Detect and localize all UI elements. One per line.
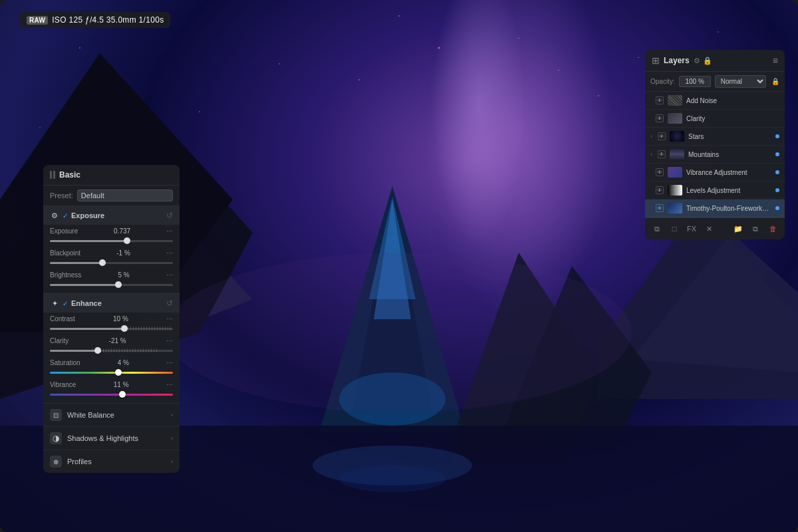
shadows-highlights-section[interactable]: ◑ Shadows & Highlights › <box>43 426 180 450</box>
preset-select[interactable]: Default <box>77 190 173 201</box>
layers-lock-icon[interactable]: 🔒 <box>703 57 712 65</box>
layer-stars[interactable]: › 👁 Stars <box>645 128 785 146</box>
clarity-slider-wrap[interactable] <box>50 346 173 355</box>
folder-btn[interactable]: 📁 <box>732 222 745 235</box>
layers-menu-icon[interactable]: ≡ <box>773 55 778 66</box>
white-balance-section[interactable]: ⊡ White Balance › <box>43 403 180 426</box>
clarity-label-row: Clarity -21 % ⋯ <box>50 337 173 344</box>
saturation-thumb[interactable] <box>115 369 122 376</box>
layers-settings-icon[interactable]: ⚙ <box>694 57 700 65</box>
add-noise-thumb <box>668 95 682 106</box>
clarity-track <box>50 350 173 352</box>
exposure-section-header[interactable]: ⚙ ✓ Exposure ↺ <box>43 206 180 225</box>
duplicate-btn[interactable]: ⧉ <box>749 222 762 235</box>
mountains-expand[interactable]: › <box>650 151 652 158</box>
fx-btn[interactable]: FX <box>685 222 698 235</box>
blackpoint-thumb[interactable] <box>99 259 106 266</box>
blackpoint-label-row: Blackpoint -1 % ⋯ <box>50 249 173 257</box>
blackpoint-fill <box>50 262 102 264</box>
raw-badge: RAW ISO 125 ƒ/4.5 35.0mm 1/100s <box>20 12 170 28</box>
brightness-label-row: Brightness 5 % ⋯ <box>50 271 173 279</box>
brightness-fill <box>50 284 118 286</box>
exposure-reset[interactable]: ↺ <box>166 211 173 220</box>
add-noise-name: Add Noise <box>686 97 779 104</box>
panel-title: Basic <box>59 170 80 180</box>
vibrance-label: Vibrance <box>50 381 76 388</box>
brightness-track <box>50 284 173 286</box>
clarity-value: -21 % <box>109 337 126 344</box>
exposure-val-btn[interactable]: ⋯ <box>166 227 173 235</box>
stars-expand[interactable]: › <box>650 133 652 140</box>
layer-photo[interactable]: 👁 Timothy-Poulton-Fireworks.dng <box>645 200 785 217</box>
new-layer-btn[interactable]: □ <box>668 222 681 235</box>
stars-thumb <box>670 131 684 142</box>
saturation-label: Saturation <box>50 359 80 366</box>
saturation-slider-wrap[interactable] <box>50 368 173 377</box>
shadows-icon: ◑ <box>50 432 62 444</box>
layer-vibrance-adjustment[interactable]: 👁 Vibrance Adjustment <box>645 164 785 182</box>
contrast-fill <box>50 328 124 330</box>
shadows-arrow: › <box>171 435 173 442</box>
exposure-slider-wrap[interactable] <box>50 236 173 245</box>
contrast-val-btn[interactable]: ⋯ <box>166 315 173 323</box>
layer-levels-adjustment[interactable]: 👁 Levels Adjustment <box>645 182 785 200</box>
vibrance-adj-visibility[interactable]: 👁 <box>656 168 664 176</box>
saturation-label-row: Saturation 4 % ⋯ <box>50 359 173 366</box>
mask-btn[interactable]: ✕ <box>702 222 716 235</box>
contrast-slider-wrap[interactable] <box>50 324 173 333</box>
stars-dot <box>775 134 779 138</box>
exposure-check[interactable]: ✓ <box>63 212 68 219</box>
blend-mode-select[interactable]: Normal Multiply Screen <box>715 75 766 88</box>
brightness-slider-wrap[interactable] <box>50 280 173 289</box>
profiles-section[interactable]: ⊕ Profiles › <box>43 450 180 473</box>
enhance-reset[interactable]: ↺ <box>166 299 173 308</box>
contrast-label: Contrast <box>50 315 75 323</box>
blackpoint-track <box>50 262 173 264</box>
photo-visibility[interactable]: 👁 <box>656 204 664 212</box>
layer-controls: ⧉ □ FX ✕ 📁 ⧉ 🗑 <box>645 217 785 239</box>
enhance-check[interactable]: ✓ <box>63 300 68 307</box>
vibrance-value: 11 % <box>114 381 129 388</box>
blackpoint-val-btn[interactable]: ⋯ <box>166 249 173 257</box>
vibrance-slider-wrap[interactable] <box>50 390 173 399</box>
exposure-fill <box>50 240 126 242</box>
enhance-section-header[interactable]: ✦ ✓ Enhance ↺ <box>43 293 180 313</box>
saturation-val-btn[interactable]: ⋯ <box>166 359 173 366</box>
raw-tag: RAW <box>27 16 48 25</box>
layer-add-noise[interactable]: 👁 Add Noise <box>645 92 785 110</box>
layer-mountains[interactable]: › 👁 Mountains <box>645 146 785 164</box>
brightness-val-btn[interactable]: ⋯ <box>166 271 173 279</box>
brightness-thumb[interactable] <box>115 281 122 288</box>
levels-adj-thumb <box>668 185 682 196</box>
delete-layer-btn[interactable]: 🗑 <box>766 222 779 235</box>
vibrance-label-row: Vibrance 11 % ⋯ <box>50 381 173 388</box>
clarity-val-btn[interactable]: ⋯ <box>166 337 173 344</box>
white-balance-label: White Balance <box>67 411 114 419</box>
exposure-slider-label: Exposure <box>50 227 78 235</box>
svg-point-16 <box>166 253 632 412</box>
white-balance-icon: ⊡ <box>50 409 62 421</box>
contrast-thumb[interactable] <box>121 325 128 332</box>
vibrance-thumb[interactable] <box>119 391 126 398</box>
opacity-label: Opacity: <box>650 78 675 85</box>
stars-visibility[interactable]: 👁 <box>658 132 666 140</box>
blackpoint-sliders: Blackpoint -1 % ⋯ <box>43 247 180 269</box>
panel-drag-handle[interactable] <box>50 171 55 179</box>
exposure-thumb[interactable] <box>124 237 130 244</box>
clarity-visibility[interactable]: 👁 <box>656 114 664 122</box>
add-noise-visibility[interactable]: 👁 <box>656 96 664 104</box>
profiles-label: Profiles <box>67 458 92 466</box>
clarity-thumb[interactable] <box>94 347 101 354</box>
clarity-fill <box>50 350 96 352</box>
mountains-visibility[interactable]: 👁 <box>658 150 666 158</box>
layer-clarity[interactable]: 👁 Clarity <box>645 110 785 128</box>
photo-dot <box>775 206 779 210</box>
opacity-value[interactable]: 100 % <box>679 76 711 87</box>
blackpoint-slider-wrap[interactable] <box>50 258 173 267</box>
levels-adj-visibility[interactable]: 👁 <box>656 186 664 194</box>
levels-adj-dot <box>775 188 779 192</box>
copy-layer-btn[interactable]: ⧉ <box>650 222 664 235</box>
layers-header: ⊞ Layers ⚙ 🔒 ≡ <box>645 50 785 72</box>
vibrance-val-btn[interactable]: ⋯ <box>166 381 173 388</box>
panel-header: Basic <box>43 165 180 186</box>
